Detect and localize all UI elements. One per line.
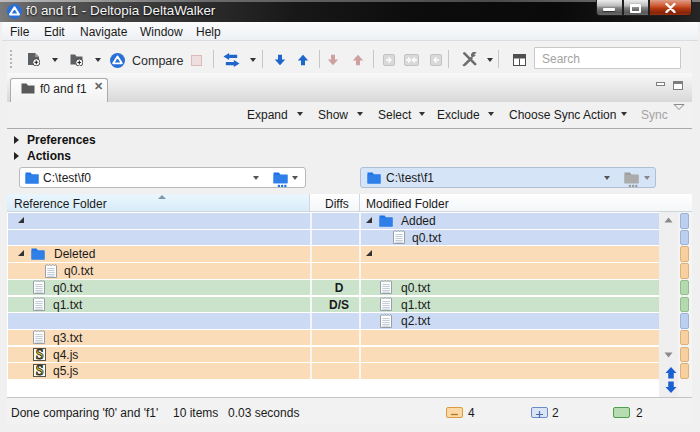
svg-text:S: S — [36, 364, 44, 377]
svg-text:S: S — [36, 348, 44, 361]
